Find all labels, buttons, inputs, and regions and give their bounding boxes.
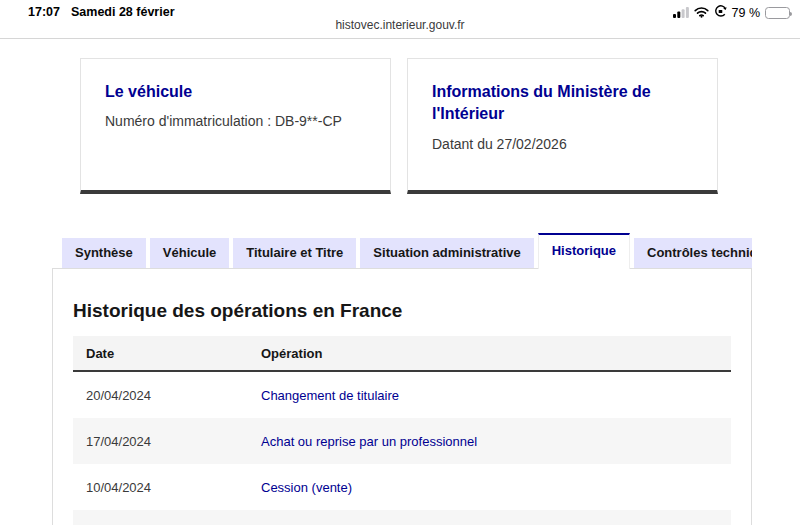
wifi-icon	[694, 4, 709, 22]
table-row: 10/04/2024 Cession (vente)	[73, 464, 731, 510]
rotation-lock-icon	[714, 4, 727, 22]
battery-icon	[765, 7, 790, 19]
battery-percent: 79 %	[732, 6, 761, 20]
vehicle-card: Le véhicule Numéro d'immatriculation : D…	[80, 58, 391, 194]
report-tabs: Synthèse Véhicule Titulaire et Titre Sit…	[52, 233, 752, 269]
status-icons: 79 %	[673, 4, 791, 22]
table-row: 20/04/2024 Changement de titulaire	[73, 372, 731, 418]
tab-synthese[interactable]: Synthèse	[62, 238, 146, 268]
operations-table-header: Date Opération	[73, 336, 731, 372]
operation-link[interactable]: Cession (vente)	[248, 480, 731, 495]
operation-date: 20/04/2024	[73, 388, 248, 403]
table-row: 29/12/2023 Achat ou reprise par un profe…	[73, 510, 731, 525]
tab-situation-administrative[interactable]: Situation administrative	[360, 238, 533, 268]
historique-panel: Historique des opérations en France Date…	[52, 268, 752, 525]
operations-table-body: 20/04/2024 Changement de titulaire 17/04…	[73, 372, 731, 525]
operation-link[interactable]: Achat ou reprise par un professionnel	[248, 434, 731, 449]
tab-titulaire-et-titre[interactable]: Titulaire et Titre	[233, 238, 356, 268]
operation-date: 17/04/2024	[73, 434, 248, 449]
operation-link[interactable]: Changement de titulaire	[248, 388, 731, 403]
vehicle-card-plate: Numéro d'immatriculation : DB-9**-CP	[105, 113, 366, 129]
status-time-date: 17:07 Samedi 28 février	[28, 5, 175, 19]
tab-vehicule[interactable]: Véhicule	[150, 238, 229, 268]
safari-top-bar: 17:07 Samedi 28 février histovec.interie…	[0, 0, 800, 39]
cellular-signal-icon	[673, 4, 689, 22]
ministry-info-card-date: Datant du 27/02/2026	[432, 136, 693, 152]
tab-historique[interactable]: Historique	[538, 233, 630, 269]
tab-controles-techniques[interactable]: Contrôles techniques	[634, 238, 752, 268]
status-time: 17:07	[28, 5, 60, 19]
column-header-operation: Opération	[248, 346, 731, 361]
operation-date: 10/04/2024	[73, 480, 248, 495]
column-header-date: Date	[73, 346, 248, 361]
ministry-info-card: Informations du Ministère de l'Intérieur…	[407, 58, 718, 194]
vehicle-card-title: Le véhicule	[105, 81, 366, 103]
historique-section-title: Historique des opérations en France	[73, 300, 731, 322]
ministry-info-card-title: Informations du Ministère de l'Intérieur	[432, 81, 693, 126]
info-cards: Le véhicule Numéro d'immatriculation : D…	[80, 58, 718, 194]
operations-table: Date Opération 20/04/2024 Changement de …	[73, 336, 731, 525]
status-date: Samedi 28 février	[71, 5, 175, 19]
table-row: 17/04/2024 Achat ou reprise par un profe…	[73, 418, 731, 464]
